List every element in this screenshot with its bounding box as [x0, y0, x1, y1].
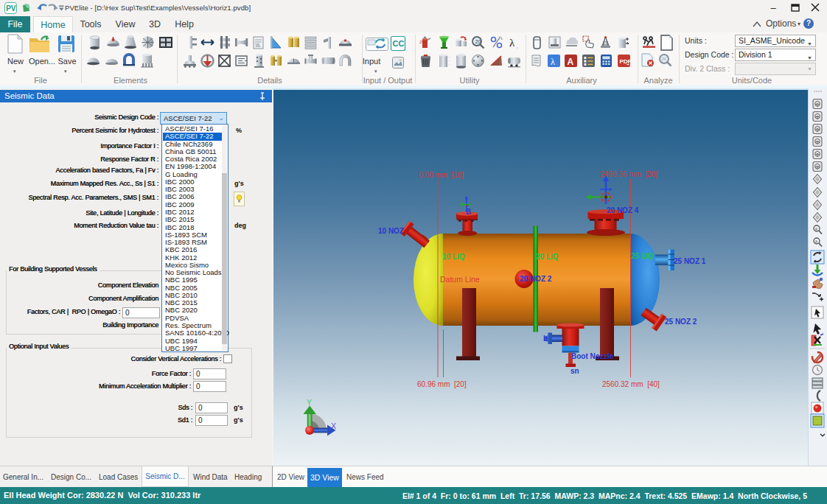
svg-text:Boot Nozzle: Boot Nozzle [571, 352, 614, 360]
svg-text:CC: CC [393, 39, 405, 48]
svg-text:Y: Y [307, 398, 312, 407]
svg-text:sn: sn [570, 367, 579, 375]
svg-text:A: A [567, 57, 573, 67]
svg-text:b: b [543, 335, 548, 343]
svg-text:25 NOZ 2: 25 NOZ 2 [665, 318, 697, 326]
svg-text:60.96 mm [20]: 60.96 mm [20] [417, 380, 467, 388]
svg-text:λ: λ [509, 37, 515, 49]
svg-text:25 LIQ: 25 LIQ [631, 252, 654, 260]
svg-text:2499.36 mm [30]: 2499.36 mm [30] [600, 170, 657, 178]
svg-text:20 NOZ 2: 20 NOZ 2 [520, 275, 552, 283]
svg-text:PV: PV [6, 4, 16, 13]
svg-text:,: , [517, 44, 518, 49]
svg-text:Datum Line: Datum Line [440, 275, 480, 284]
svg-text:PDF: PDF [619, 58, 631, 65]
svg-text:B: B [466, 208, 471, 216]
svg-text:X: X [331, 421, 336, 430]
svg-text:2560.32 mm [40]: 2560.32 mm [40] [602, 380, 660, 388]
svg-text:0.00 mm [10]: 0.00 mm [10] [419, 171, 464, 179]
svg-text:λ: λ [551, 57, 555, 67]
svg-text:10 LIQ: 10 LIQ [442, 253, 465, 261]
svg-text:20 NOZ 4: 20 NOZ 4 [607, 206, 639, 214]
svg-text:25 NOZ 1: 25 NOZ 1 [674, 257, 706, 265]
svg-text:20: 20 [475, 39, 481, 44]
svg-text:A: A [815, 239, 818, 244]
svg-text:20 LIQ: 20 LIQ [536, 253, 559, 261]
svg-text:10 NOZ: 10 NOZ [378, 227, 404, 235]
svg-text:25: 25 [419, 40, 425, 44]
svg-text:A: A [815, 227, 818, 231]
